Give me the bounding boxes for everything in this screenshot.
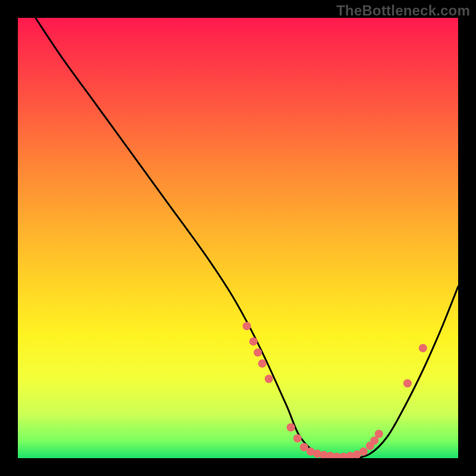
data-marker	[253, 348, 262, 356]
data-marker	[419, 344, 427, 352]
data-marker	[287, 423, 295, 431]
data-marker	[258, 359, 267, 368]
watermark-text: TheBottleneck.com	[336, 2, 470, 19]
data-marker	[359, 447, 368, 456]
data-marker	[249, 337, 258, 346]
chart-frame: TheBottleneck.com	[0, 0, 476, 476]
data-marker	[265, 375, 273, 383]
marker-group	[243, 322, 427, 458]
bottleneck-curve-path	[36, 18, 458, 458]
data-marker	[375, 430, 383, 438]
chart-svg	[18, 18, 458, 458]
data-marker	[243, 322, 251, 330]
data-marker	[403, 379, 412, 387]
plot-area	[18, 18, 458, 458]
data-marker	[293, 434, 302, 443]
